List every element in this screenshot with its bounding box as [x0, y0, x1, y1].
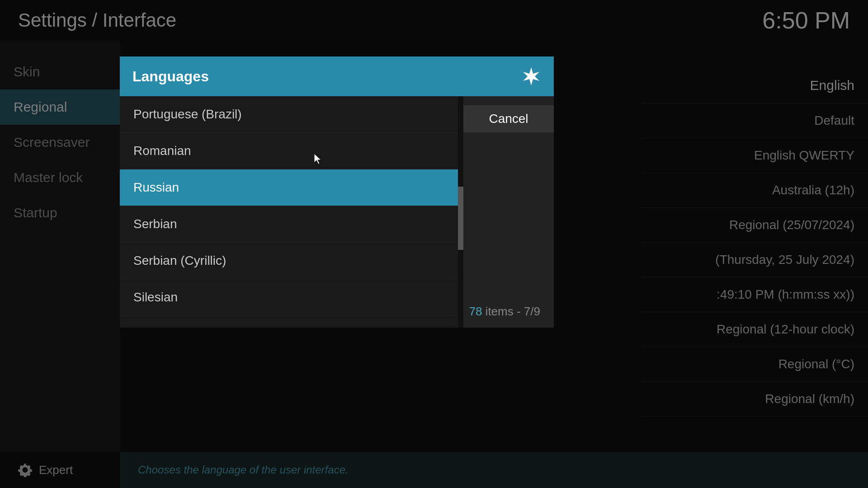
dialog-body: Portuguese (Brazil) Romanian Russian Ser…: [120, 96, 554, 328]
kodi-logo-icon: [521, 66, 541, 86]
list-item[interactable]: Serbian (Cyrillic): [120, 243, 458, 279]
svg-marker-0: [523, 67, 539, 85]
list-item[interactable]: Portuguese (Brazil): [120, 96, 458, 133]
list-item-selected[interactable]: Russian: [120, 169, 458, 206]
items-page: 7/9: [524, 305, 540, 318]
dialog-header: Languages: [120, 56, 554, 96]
list-item[interactable]: Serbian: [120, 206, 458, 243]
items-count-number: 78: [469, 305, 482, 318]
list-item[interactable]: Sinhala: [120, 316, 458, 328]
dialog-title: Languages: [132, 68, 209, 85]
languages-dialog: Languages Portuguese (Brazil) Romanian R…: [120, 56, 554, 328]
languages-list[interactable]: Portuguese (Brazil) Romanian Russian Ser…: [120, 96, 458, 328]
items-count: 78 items - 7/9: [469, 305, 540, 319]
dialog-side-panel: Cancel 78 items - 7/9: [463, 96, 554, 328]
scrollbar-thumb[interactable]: [458, 187, 463, 250]
list-item[interactable]: Silesian: [120, 279, 458, 316]
list-item[interactable]: Romanian: [120, 133, 458, 169]
cancel-button[interactable]: Cancel: [462, 105, 554, 132]
items-label: items -: [486, 305, 524, 318]
dialog-scrollbar[interactable]: [458, 96, 463, 328]
